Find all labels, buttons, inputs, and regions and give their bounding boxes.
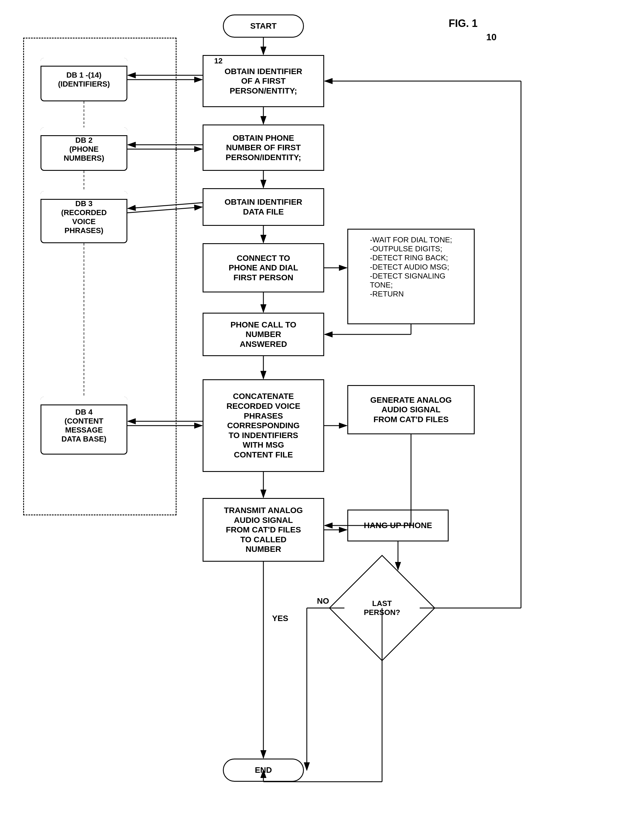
yes-label: YES: [272, 614, 288, 623]
hangup-node: HANG UP PHONE: [347, 510, 449, 541]
transmit-node: TRANSMIT ANALOG AUDIO SIGNAL FROM CAT'D …: [203, 498, 324, 562]
connect-dial-node: CONNECT TO PHONE AND DIAL FIRST PERSON: [203, 243, 324, 292]
start-node: START: [223, 14, 304, 38]
dial-detail-node: -WAIT FOR DIAL TONE; -OUTPULSE DIGITS; -…: [347, 229, 475, 324]
node-12-label: 12: [214, 57, 223, 65]
no-label: NO: [317, 596, 329, 606]
fig-label: FIG. 1: [449, 17, 478, 29]
concatenate-node: CONCATENATE RECORDED VOICE PHRASES CORRE…: [203, 379, 324, 472]
db1-top: [40, 58, 128, 67]
generate-audio-node: GENERATE ANALOG AUDIO SIGNAL FROM CAT'D …: [347, 385, 475, 434]
obtain-id-file-node: OBTAIN IDENTIFIER DATA FILE: [203, 188, 324, 226]
last-person-diamond: LAST PERSON?: [329, 555, 435, 661]
fig-number-label: 10: [486, 32, 496, 43]
phone-answered-node: PHONE CALL TO NUMBER ANSWERED: [203, 313, 324, 356]
db3-top: [40, 191, 128, 200]
diagram-container: FIG. 1 10 START OBTAIN IDENTIFIER OF A F…: [0, 0, 644, 824]
db4-top: [40, 397, 128, 405]
obtain-phone-node: OBTAIN PHONE NUMBER OF FIRST PERSON/IDEN…: [203, 125, 324, 171]
db4-shape: DB 4 (CONTENT MESSAGE DATA BASE): [40, 397, 128, 455]
end-node: END: [223, 759, 304, 782]
db2-top: [40, 128, 128, 136]
